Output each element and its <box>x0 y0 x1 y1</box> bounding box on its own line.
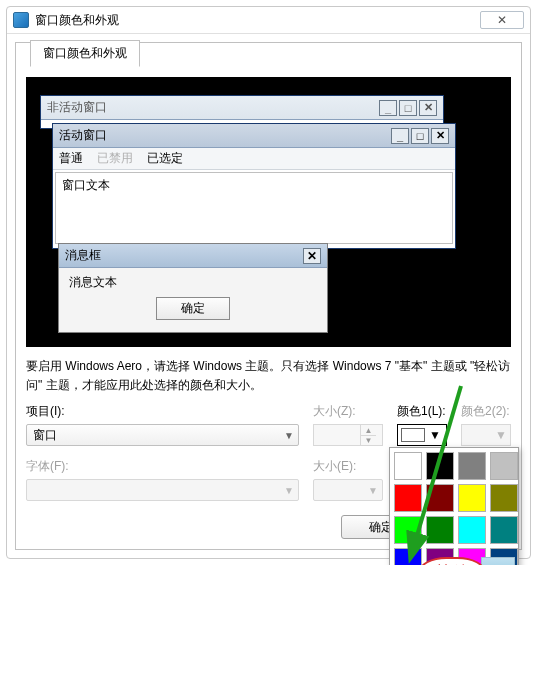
color-swatch[interactable] <box>394 516 422 544</box>
color2-label: 颜色2(2): <box>461 403 511 420</box>
preview-menubar: 普通 已禁用 已选定 <box>53 148 455 170</box>
chevron-down-icon: ▼ <box>284 485 294 496</box>
color-swatch[interactable] <box>394 548 422 565</box>
color-swatch[interactable] <box>394 484 422 512</box>
msgbox-ok-button: 确定 <box>156 297 230 320</box>
color-swatch[interactable] <box>426 516 454 544</box>
dialog-close-button[interactable]: ✕ <box>480 11 524 29</box>
preview-message-box: 消息框 ✕ 消息文本 确定 <box>58 243 328 333</box>
dialog-titlebar: 窗口颜色和外观 ✕ <box>7 7 530 34</box>
minimize-icon: _ <box>391 128 409 144</box>
window-text-label: 窗口文本 <box>62 178 110 192</box>
item-combo-value: 窗口 <box>33 427 57 444</box>
color-picker-popup <box>389 447 519 565</box>
chevron-down-icon: ▼ <box>495 428 507 442</box>
font-combo: ▼ <box>26 479 299 501</box>
preview-area: 非活动窗口 _ □ ✕ 活动窗口 _ □ ✕ <box>26 77 511 347</box>
color2-combo: ▼ <box>461 424 511 446</box>
preview-active-window: 活动窗口 _ □ ✕ 普通 已禁用 已选定 窗口文本 <box>52 123 456 249</box>
color-swatch[interactable] <box>426 452 454 480</box>
color-swatch[interactable] <box>458 484 486 512</box>
color1-combo[interactable]: ▼ <box>397 424 447 446</box>
color1-label: 颜色1(L): <box>397 403 447 420</box>
font-label: 字体(F): <box>26 458 299 475</box>
color-swatch[interactable] <box>458 452 486 480</box>
item-label: 项目(I): <box>26 403 299 420</box>
menu-item-selected: 已选定 <box>147 150 183 167</box>
chevron-down-icon: ▼ <box>429 428 441 442</box>
color-swatch[interactable] <box>394 452 422 480</box>
maximize-icon: □ <box>399 100 417 116</box>
color1-swatch <box>401 428 425 442</box>
color-swatch[interactable] <box>490 516 518 544</box>
dialog-title: 窗口颜色和外观 <box>35 12 119 29</box>
menu-item-disabled: 已禁用 <box>97 150 133 167</box>
app-icon <box>13 12 29 28</box>
appearance-dialog: 窗口颜色和外观 ✕ 窗口颜色和外观 非活动窗口 _ □ ✕ <box>6 6 531 559</box>
close-icon: ✕ <box>303 248 321 264</box>
annotation-fragment <box>481 557 515 565</box>
description-text: 要启用 Windows Aero，请选择 Windows 主题。只有选择 Win… <box>26 357 511 395</box>
preview-window-text: 窗口文本 <box>55 172 453 244</box>
item-combo[interactable]: 窗口 ▼ <box>26 424 299 446</box>
color-swatch[interactable] <box>458 516 486 544</box>
inactive-window-title: 非活动窗口 <box>47 99 107 116</box>
active-window-title: 活动窗口 <box>59 127 107 144</box>
content-panel: 窗口颜色和外观 非活动窗口 _ □ ✕ 活动窗口 <box>15 42 522 550</box>
minimize-icon: _ <box>379 100 397 116</box>
color-swatch[interactable] <box>490 452 518 480</box>
size-spinner: ▲▼ <box>313 424 383 446</box>
close-icon: ✕ <box>431 128 449 144</box>
font-size-label: 大小(E): <box>313 458 383 475</box>
msgbox-body-text: 消息文本 <box>69 275 117 289</box>
close-icon: ✕ <box>419 100 437 116</box>
size-input <box>314 425 360 445</box>
chevron-down-icon: ▼ <box>368 485 378 496</box>
msgbox-title: 消息框 <box>65 247 101 264</box>
size-label: 大小(Z): <box>313 403 383 420</box>
tab-color-appearance[interactable]: 窗口颜色和外观 <box>30 40 140 67</box>
color-swatch[interactable] <box>490 484 518 512</box>
menu-item-normal: 普通 <box>59 150 83 167</box>
color-swatch[interactable] <box>426 484 454 512</box>
maximize-icon: □ <box>411 128 429 144</box>
spin-up-icon: ▲ <box>361 425 376 436</box>
chevron-down-icon: ▼ <box>284 430 294 441</box>
spin-down-icon: ▼ <box>361 436 376 446</box>
font-size-combo: ▼ <box>313 479 383 501</box>
close-icon: ✕ <box>497 13 507 27</box>
